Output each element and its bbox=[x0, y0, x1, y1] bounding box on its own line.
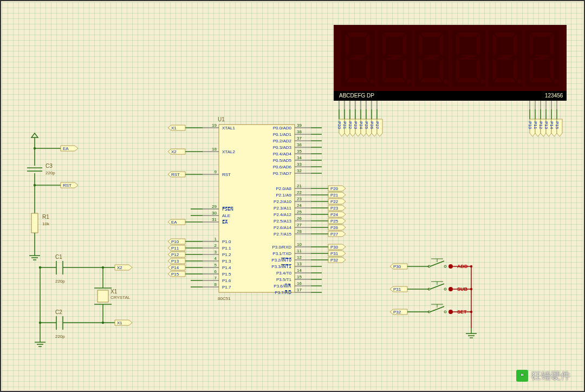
svg-text:38: 38 bbox=[297, 129, 302, 134]
svg-text:P31: P31 bbox=[330, 251, 339, 256]
svg-point-280 bbox=[39, 322, 41, 324]
cap-c1[interactable]: C1 220p bbox=[55, 254, 65, 284]
svg-text:P2.5/A13: P2.5/A13 bbox=[274, 219, 291, 224]
schematic: ABCDEFG DP 123456 bbox=[1, 1, 585, 392]
svg-text:P14: P14 bbox=[549, 121, 554, 129]
svg-text:36: 36 bbox=[297, 142, 302, 147]
wechat-icon: ❝ bbox=[516, 370, 528, 382]
svg-text:P22: P22 bbox=[330, 199, 339, 204]
svg-text:P30: P30 bbox=[393, 264, 401, 269]
svg-text:P0.1/AD1: P0.1/AD1 bbox=[273, 132, 292, 137]
cap-c2[interactable]: C2 220p bbox=[55, 309, 65, 339]
svg-text:C1: C1 bbox=[55, 254, 62, 260]
crystal[interactable]: X1 CRYSTAL bbox=[94, 266, 131, 324]
svg-text:P10: P10 bbox=[171, 239, 179, 244]
svg-text:21: 21 bbox=[297, 184, 302, 188]
svg-text:X1: X1 bbox=[117, 321, 122, 325]
svg-text:37: 37 bbox=[297, 136, 302, 141]
svg-text:P0.7/AD7: P0.7/AD7 bbox=[273, 171, 292, 176]
svg-text:12: 12 bbox=[297, 255, 302, 260]
canvas-frame: ABCDEFG DP 123456 bbox=[0, 0, 585, 392]
svg-text:220p: 220p bbox=[55, 334, 65, 339]
res-r1[interactable]: R1 10k bbox=[31, 213, 50, 233]
svg-text:P0.3/AD3: P0.3/AD3 bbox=[273, 145, 292, 150]
svg-text:P12: P12 bbox=[538, 121, 543, 129]
svg-text:27: 27 bbox=[297, 223, 302, 227]
cap-c3[interactable]: C3 220p bbox=[27, 163, 55, 175]
seven-seg-display[interactable]: ABCDEFG DP 123456 bbox=[334, 25, 567, 101]
svg-text:P̅S̅E̅N̅: P̅S̅E̅N̅ bbox=[222, 207, 233, 212]
svg-text:P32: P32 bbox=[330, 258, 339, 263]
svg-text:P2.6/A14: P2.6/A14 bbox=[274, 225, 291, 230]
svg-text:10k: 10k bbox=[42, 221, 50, 226]
svg-rect-251 bbox=[31, 213, 38, 233]
svg-text:P3.0/RXD: P3.0/RXD bbox=[272, 245, 291, 250]
watermark: ❝ 狂锤硬件 bbox=[516, 369, 570, 382]
svg-text:P13: P13 bbox=[544, 121, 549, 129]
svg-text:5: 5 bbox=[214, 263, 217, 267]
svg-text:P2.3/A11: P2.3/A11 bbox=[274, 206, 291, 211]
svg-text:11: 11 bbox=[297, 249, 302, 253]
svg-text:P11: P11 bbox=[171, 246, 179, 251]
svg-text:X1: X1 bbox=[171, 126, 177, 130]
svg-text:P3.1/TXD: P3.1/TXD bbox=[272, 251, 291, 256]
svg-text:E̅A̅: E̅A̅ bbox=[222, 220, 228, 225]
svg-text:3: 3 bbox=[214, 250, 217, 254]
svg-text:P3.5/T1: P3.5/T1 bbox=[276, 277, 292, 282]
svg-text:P0.4/AD4: P0.4/AD4 bbox=[273, 152, 292, 156]
svg-text:R1: R1 bbox=[42, 214, 49, 220]
svg-text:6: 6 bbox=[214, 269, 217, 274]
svg-text:X2: X2 bbox=[117, 265, 122, 270]
display-seg-pins: P20P21P22P23P24P25P26P27 bbox=[337, 101, 382, 136]
svg-text:C3: C3 bbox=[46, 163, 53, 169]
svg-text:P1.5: P1.5 bbox=[222, 272, 231, 277]
svg-text:34: 34 bbox=[297, 155, 302, 160]
svg-text:P25: P25 bbox=[330, 219, 339, 224]
svg-text:26: 26 bbox=[297, 216, 302, 221]
svg-text:P2.7/A15: P2.7/A15 bbox=[274, 232, 291, 237]
button-set[interactable] bbox=[428, 304, 453, 314]
svg-text:C2: C2 bbox=[55, 309, 62, 315]
svg-text:XTAL1: XTAL1 bbox=[222, 126, 235, 130]
svg-text:P15: P15 bbox=[555, 121, 560, 129]
button-sub[interactable] bbox=[428, 282, 453, 291]
ic-ref: U1 bbox=[218, 116, 225, 122]
svg-text:P31: P31 bbox=[393, 287, 401, 292]
svg-text:13: 13 bbox=[297, 262, 302, 266]
svg-text:32: 32 bbox=[297, 168, 302, 173]
svg-text:P1.7: P1.7 bbox=[222, 285, 231, 290]
svg-text:1: 1 bbox=[214, 237, 217, 241]
rst-net: RST bbox=[63, 183, 72, 188]
svg-text:220p: 220p bbox=[46, 171, 55, 175]
svg-text:EA: EA bbox=[171, 220, 177, 225]
svg-text:P1.2: P1.2 bbox=[222, 252, 231, 257]
svg-text:RST: RST bbox=[171, 172, 180, 177]
reset-block: EA C3 220p RST R1 10k bbox=[27, 133, 78, 260]
svg-text:P27: P27 bbox=[375, 121, 380, 129]
svg-text:P24: P24 bbox=[359, 121, 363, 129]
svg-text:P0.5/AD5: P0.5/AD5 bbox=[273, 158, 292, 163]
svg-text:33: 33 bbox=[297, 162, 302, 167]
svg-text:P27: P27 bbox=[330, 232, 339, 237]
svg-text:RST: RST bbox=[222, 172, 231, 177]
osc-block: C1 220p X2 C2 220p X1 bbox=[35, 254, 132, 347]
svg-text:P1.4: P1.4 bbox=[222, 265, 231, 270]
svg-text:P1.3: P1.3 bbox=[222, 259, 231, 264]
svg-text:CRYSTAL: CRYSTAL bbox=[110, 295, 131, 300]
svg-rect-271 bbox=[98, 290, 108, 302]
svg-text:220p: 220p bbox=[55, 279, 65, 284]
svg-text:X2: X2 bbox=[171, 149, 177, 154]
svg-text:P1.6: P1.6 bbox=[222, 278, 231, 283]
svg-text:P21: P21 bbox=[330, 193, 339, 198]
button-add[interactable] bbox=[428, 259, 453, 269]
svg-text:P3.3/I̅N̅T̅1̅: P3.3/I̅N̅T̅1̅ bbox=[271, 264, 292, 269]
svg-text:16: 16 bbox=[297, 281, 302, 286]
svg-text:29: 29 bbox=[212, 204, 217, 209]
svg-text:P15: P15 bbox=[171, 272, 179, 277]
svg-text:P10: P10 bbox=[528, 121, 532, 129]
svg-text:P3.6/W̅R̅: P3.6/W̅R̅ bbox=[274, 284, 291, 289]
svg-text:ALE: ALE bbox=[222, 213, 230, 218]
svg-text:P3.2/I̅N̅T̅0̅: P3.2/I̅N̅T̅0̅ bbox=[271, 258, 292, 263]
svg-text:P26: P26 bbox=[330, 225, 339, 230]
svg-text:P2.0/A8: P2.0/A8 bbox=[276, 186, 292, 191]
